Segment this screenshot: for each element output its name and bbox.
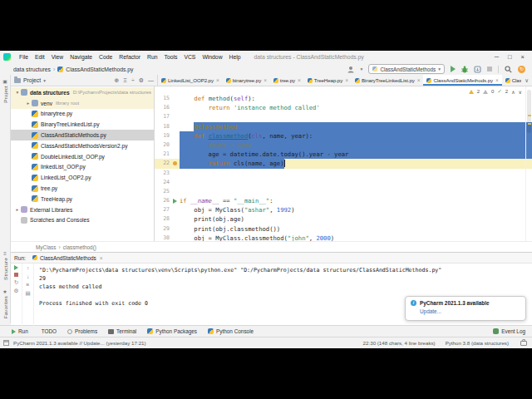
- tree-item-classandstaticmethods-py[interactable]: ClassAndStaticMethods.py: [11, 130, 154, 140]
- code-line-27[interactable]: 27 obj = MyClass("ashar", 1992): [155, 205, 532, 214]
- tab-close-icon[interactable]: ×: [495, 77, 499, 83]
- console-line[interactable]: 29: [39, 274, 532, 283]
- editor-tab-binarytreelinkedlist-py[interactable]: BinaryTreeLinkedList.py×: [352, 75, 424, 86]
- code-line-21[interactable]: 21 age = datetime.date.today().year - ye…: [155, 150, 532, 159]
- close-icon[interactable]: ×: [521, 53, 525, 61]
- breadcrumb-project[interactable]: data structures: [13, 66, 51, 72]
- breakpoint-icon[interactable]: [173, 161, 177, 165]
- menu-item-vcs[interactable]: VCS: [180, 54, 199, 60]
- lock-icon[interactable]: [520, 341, 527, 346]
- menu-item-code[interactable]: Code: [96, 54, 116, 60]
- code-line-18[interactable]: 18 @classmethod: [155, 122, 532, 131]
- project-expand-icon[interactable]: Ξ: [123, 77, 127, 83]
- toolwindow-project-stripe[interactable]: ▣ Project: [2, 78, 8, 103]
- toolwindow-toggle-icon[interactable]: [3, 340, 9, 346]
- scrollbar-thumb[interactable]: [527, 90, 531, 133]
- code-line-23[interactable]: 23: [155, 169, 532, 178]
- editor-tab-classandstaticmethodsversion2-py[interactable]: ClassAndStaticMethodsVersion2.py×: [502, 75, 522, 86]
- search-everywhere-icon[interactable]: [505, 66, 512, 73]
- tree-item-tree-py[interactable]: tree.py: [11, 183, 154, 194]
- tab-close-icon[interactable]: ×: [264, 77, 267, 83]
- stop-process-button[interactable]: [14, 273, 18, 277]
- project-gear-icon[interactable]: ⚙: [139, 77, 144, 84]
- tree-item-linkedlist-oop2-py[interactable]: LinkedList_OOP2.py: [11, 172, 154, 183]
- toolwindow-todo[interactable]: TODO: [39, 328, 57, 334]
- ide-update-icon[interactable]: ↻: [518, 66, 525, 73]
- code-line-28[interactable]: 28 print(obj.age): [155, 214, 532, 224]
- caret-position[interactable]: 22:30 (148 chars, 4 line breaks): [363, 340, 436, 346]
- code-line-19[interactable]: 19 def classmethod(cls, name, year):: [155, 131, 532, 140]
- soft-wrap-icon[interactable]: ≡: [27, 282, 30, 288]
- run-line-icon[interactable]: [173, 199, 177, 204]
- status-message[interactable]: PyCharm 2021.1.3 available // Update... …: [13, 340, 146, 346]
- vcs-user-icon[interactable]: [347, 66, 355, 73]
- update-link[interactable]: Update...: [420, 308, 520, 314]
- run-tab[interactable]: ClassAndStaticMethods ×: [30, 255, 106, 261]
- editor-tab-linkedlist-oop2-py[interactable]: LinkedList_OOP2.py×: [158, 75, 223, 86]
- tab-close-icon[interactable]: ×: [216, 77, 219, 83]
- menu-item-view[interactable]: View: [48, 54, 67, 60]
- code-editor[interactable]: 15 def method(self):16 return 'instance …: [155, 86, 532, 241]
- tree-item-linkedlist-oop-py[interactable]: linkedList_OOP.py: [11, 162, 154, 173]
- tab-close-icon[interactable]: ×: [417, 77, 421, 83]
- settings-gear-icon[interactable]: ⚙: [14, 288, 19, 293]
- inspections-widget[interactable]: 2 0 ✓2 ∧∨: [469, 88, 522, 95]
- tree-item-venv[interactable]: ▸venvlibrary root: [11, 98, 154, 109]
- tree-item-binarytreelinkedlist-py[interactable]: BinaryTreeLinkedList.py: [11, 119, 154, 130]
- toolwindow-run[interactable]: Run: [12, 328, 28, 334]
- breadcrumb-file[interactable]: ClassAndStaticMethods.py: [66, 66, 133, 72]
- editor-scrollbar[interactable]: [525, 86, 532, 241]
- code-line-16[interactable]: 16 return 'instance method called': [155, 103, 532, 112]
- code-line-22[interactable]: 22 return cls(name, age): [155, 159, 532, 168]
- code-line-17[interactable]: 17: [155, 112, 532, 121]
- vcs-dropdown-icon[interactable]: ▾: [361, 66, 363, 71]
- tree-item-data-structures[interactable]: ▾data structuresD:\PycharmProjects\data …: [11, 87, 154, 98]
- project-panel-title[interactable]: Project: [23, 77, 41, 83]
- tab-close-icon[interactable]: ×: [345, 77, 348, 83]
- down-stack-icon[interactable]: ↓: [27, 273, 29, 279]
- console-line[interactable]: class method called: [39, 283, 532, 291]
- menu-item-window[interactable]: Window: [199, 54, 225, 60]
- menu-item-help[interactable]: Help: [226, 54, 244, 60]
- debug-button[interactable]: [461, 66, 468, 73]
- menu-item-run[interactable]: Run: [144, 54, 160, 60]
- tree-item-scratches-and-consoles[interactable]: Scratches and Consoles: [11, 215, 154, 226]
- console-line[interactable]: "D:\PycharmProjects\data structures\venv…: [39, 266, 532, 274]
- hidden-tabs-chevron-icon[interactable]: ∨: [521, 75, 532, 86]
- rerun-button[interactable]: [14, 265, 18, 270]
- toolwindow-structure-stripe[interactable]: ≡ Structure: [2, 251, 8, 280]
- tree-item-external-libraries[interactable]: ▸External Libraries: [11, 204, 154, 215]
- tree-item-doublelinkedlist-oop-py[interactable]: DoubleLinkedList_OOP.py: [11, 151, 154, 162]
- up-stack-icon[interactable]: ↑: [27, 265, 29, 271]
- editor-tab-tree-py[interactable]: tree.py×: [270, 75, 304, 86]
- menu-item-edit[interactable]: Edit: [32, 54, 48, 60]
- warning-stripe-mark[interactable]: [528, 115, 531, 116]
- code-line-24[interactable]: 24: [155, 178, 532, 187]
- stop-button[interactable]: [487, 66, 492, 71]
- next-problem-icon[interactable]: ∨: [519, 89, 522, 95]
- project-locate-icon[interactable]: ⊕: [114, 77, 119, 84]
- toolwindow-favorites-stripe[interactable]: ★ Favorites: [2, 288, 8, 318]
- tree-arrow-icon[interactable]: ▸: [14, 207, 21, 212]
- tree-arrow-icon[interactable]: ▾: [14, 90, 21, 95]
- menu-item-refactor[interactable]: Refactor: [116, 54, 144, 60]
- tree-item-binarytree-py[interactable]: binarytree.py: [11, 109, 154, 120]
- toolwindow-python-packages[interactable]: Python Packages: [147, 328, 197, 334]
- code-line-29[interactable]: 29 print(obj.classmethod()): [155, 224, 532, 234]
- tree-item-classandstaticmethodsversion2-py[interactable]: ClassAndStaticMethodsVersion2.py: [11, 140, 154, 151]
- interpreter-label[interactable]: Python 3.8 (data structures): [446, 340, 509, 346]
- editor-tab-treeheap-py[interactable]: TreeHeap.py×: [304, 75, 352, 86]
- menu-item-file[interactable]: File: [16, 54, 32, 60]
- tree-arrow-icon[interactable]: ▸: [25, 101, 32, 106]
- editor-tab-classandstaticmethods-py[interactable]: ClassAndStaticMethods.py×: [423, 75, 501, 86]
- run-tab-close-icon[interactable]: ×: [100, 255, 103, 261]
- code-line-26[interactable]: 26if __name__ == "__main__":: [155, 196, 532, 205]
- code-line-25[interactable]: 25: [155, 187, 532, 196]
- project-dropdown-icon[interactable]: ▾: [43, 78, 46, 83]
- restart-icon[interactable]: ↻: [14, 279, 18, 285]
- code-line-30[interactable]: 30 obj = MyClass.classmethod("john", 200…: [155, 234, 532, 241]
- project-hide-panel-icon[interactable]: —: [148, 77, 154, 83]
- editor-tab-binarytree-py[interactable]: binarytree.py×: [223, 75, 270, 86]
- run-configuration-selector[interactable]: ClassAndStaticMethods ▾: [368, 64, 445, 74]
- warning-stripe-mark[interactable]: [528, 123, 531, 125]
